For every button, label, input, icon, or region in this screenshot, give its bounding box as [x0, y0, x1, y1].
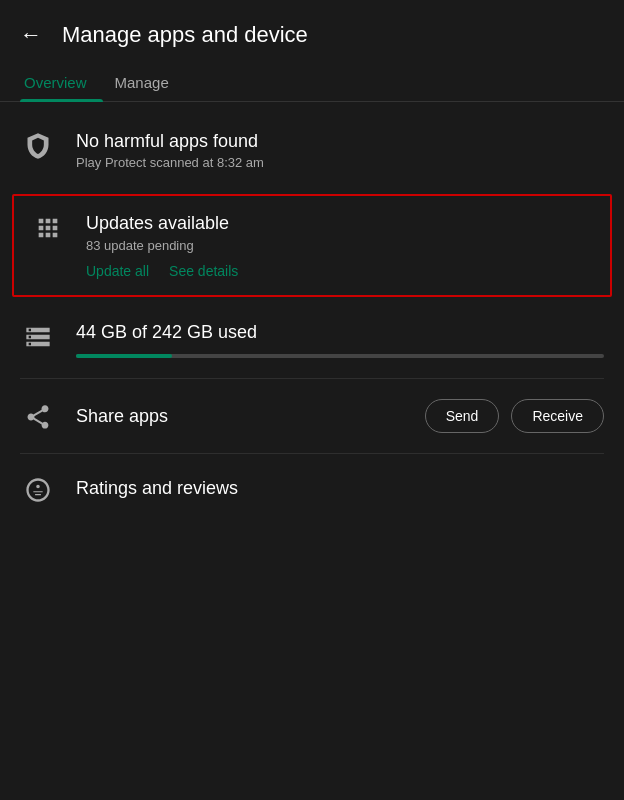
see-details-link[interactable]: See details	[169, 263, 238, 279]
ratings-section[interactable]: Ratings and reviews	[0, 454, 624, 524]
tab-bar: Overview Manage	[0, 64, 624, 102]
updates-title: Updates available	[86, 212, 594, 235]
updates-subtitle: 83 update pending	[86, 238, 594, 253]
updates-content: Updates available 83 update pending Upda…	[86, 212, 594, 278]
update-all-link[interactable]: Update all	[86, 263, 149, 279]
star-icon	[20, 474, 56, 504]
back-button[interactable]: ←	[16, 20, 46, 50]
ratings-content: Ratings and reviews	[76, 477, 604, 500]
share-icon	[20, 401, 56, 431]
storage-progress-bar	[76, 354, 604, 358]
update-links: Update all See details	[86, 263, 594, 279]
storage-content: 44 GB of 242 GB used	[76, 321, 604, 358]
shield-icon	[20, 130, 56, 160]
storage-icon	[20, 321, 56, 351]
header: ← Manage apps and device	[0, 0, 624, 60]
play-protect-subtitle: Play Protect scanned at 8:32 am	[76, 155, 604, 170]
share-apps-label: Share apps	[76, 406, 409, 427]
ratings-title: Ratings and reviews	[76, 477, 604, 500]
storage-section: 44 GB of 242 GB used	[0, 301, 624, 378]
share-apps-section: Share apps Send Receive	[0, 379, 624, 453]
receive-button[interactable]: Receive	[511, 399, 604, 433]
tab-overview[interactable]: Overview	[20, 64, 103, 101]
play-protect-title: No harmful apps found	[76, 130, 604, 153]
storage-title: 44 GB of 242 GB used	[76, 321, 604, 344]
share-content-row: Share apps Send Receive	[76, 399, 604, 433]
send-button[interactable]: Send	[425, 399, 500, 433]
play-protect-section: No harmful apps found Play Protect scann…	[0, 110, 624, 190]
page-title: Manage apps and device	[62, 22, 308, 48]
updates-section[interactable]: Updates available 83 update pending Upda…	[12, 194, 612, 296]
tab-manage[interactable]: Manage	[111, 64, 185, 101]
share-buttons-group: Send Receive	[425, 399, 604, 433]
content-area: No harmful apps found Play Protect scann…	[0, 102, 624, 532]
storage-progress-fill	[76, 354, 172, 358]
apps-grid-icon	[30, 212, 66, 242]
play-protect-content: No harmful apps found Play Protect scann…	[76, 130, 604, 170]
